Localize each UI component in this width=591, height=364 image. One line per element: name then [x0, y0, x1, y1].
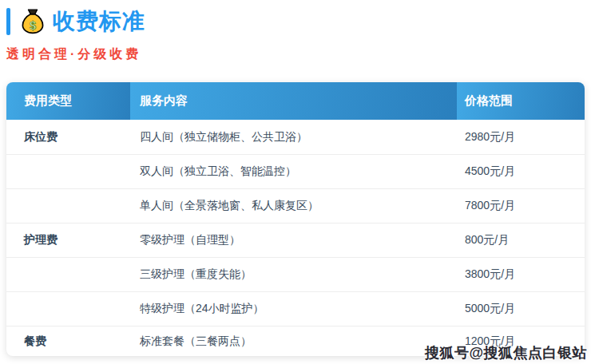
svg-text:$: $	[30, 19, 36, 32]
cell-fee-type: 床位费	[6, 130, 130, 144]
cell-price: 7800元/月	[457, 199, 585, 213]
cell-service: 单人间（全景落地窗、私人康复区）	[130, 199, 457, 213]
cell-price: 4500元/月	[457, 164, 585, 179]
table-header-row: 费用类型 服务内容 价格范围	[6, 82, 585, 120]
column-header-price: 价格范围	[457, 82, 585, 120]
watermark: 搜狐号@搜狐焦点白银站	[425, 343, 587, 362]
table-row: 床位费 四人间（独立储物柜、公共卫浴） 2980元/月	[6, 120, 585, 154]
title-accent-bar	[6, 8, 10, 35]
cell-service: 双人间（独立卫浴、智能温控）	[130, 164, 457, 179]
table-row: 护理费 零级护理（自理型） 800元/月	[6, 223, 585, 257]
article-page: $ 收费标准 透明合理·分级收费 费用类型 服务内容 价格范围 床位费 四人间（…	[0, 0, 591, 364]
table-row: 三级护理（重度失能） 3800元/月	[6, 257, 585, 291]
cell-service: 标准套餐（三餐两点）	[130, 334, 457, 349]
cell-price: 5000元/月	[457, 302, 585, 316]
column-header-service: 服务内容	[130, 82, 457, 120]
cell-fee-type: 餐费	[6, 334, 130, 349]
table-row: 双人间（独立卫浴、智能温控） 4500元/月	[6, 154, 585, 188]
cell-price: 2980元/月	[457, 130, 585, 144]
cell-service: 特级护理（24小时监护）	[130, 302, 457, 316]
cell-fee-type: 护理费	[6, 233, 130, 247]
page-subtitle: 透明合理·分级收费	[6, 46, 141, 63]
cell-service: 四人间（独立储物柜、公共卫浴）	[130, 130, 457, 144]
page-title: 收费标准	[53, 6, 145, 37]
money-bag-icon: $	[19, 7, 46, 36]
cell-price: 3800元/月	[457, 267, 585, 282]
fee-table-card: 费用类型 服务内容 价格范围 床位费 四人间（独立储物柜、公共卫浴） 2980元…	[6, 82, 585, 356]
table-body: 床位费 四人间（独立储物柜、公共卫浴） 2980元/月 双人间（独立卫浴、智能温…	[6, 120, 585, 356]
cell-service: 零级护理（自理型）	[130, 233, 457, 247]
table-row: 特级护理（24小时监护） 5000元/月	[6, 291, 585, 326]
table-row: 单人间（全景落地窗、私人康复区） 7800元/月	[6, 188, 585, 223]
section-title-row: $ 收费标准	[6, 6, 145, 37]
cell-service: 三级护理（重度失能）	[130, 267, 457, 282]
cell-price: 800元/月	[457, 233, 585, 247]
column-header-fee-type: 费用类型	[6, 82, 130, 120]
